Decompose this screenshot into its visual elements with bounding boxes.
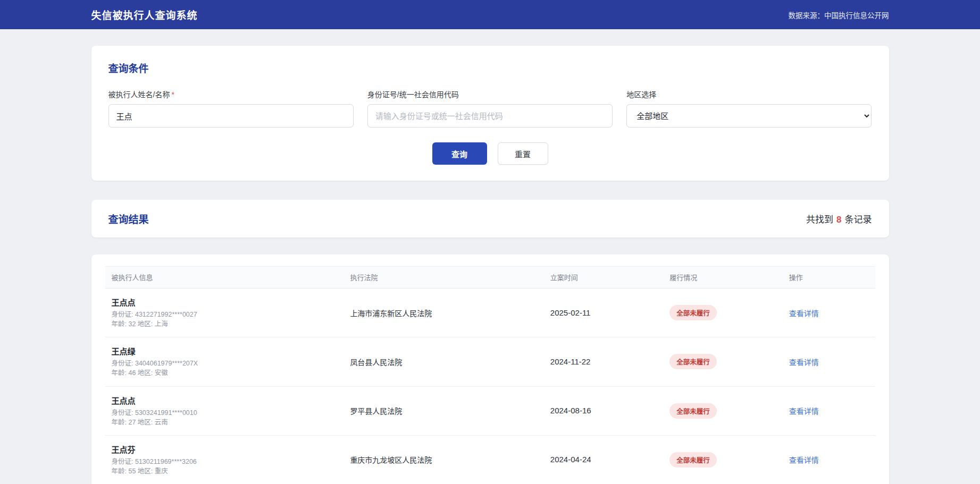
table-row: 王点芬 身份证: 5130211969****3206 年龄: 55 地区: 重…	[105, 435, 875, 484]
data-source-label: 数据来源：中国执行信息公开网	[789, 10, 889, 20]
region-field-group: 地区选择 全部地区	[626, 89, 872, 128]
debtor-name: 王点点	[112, 296, 339, 308]
debtor-name: 王点芬	[112, 444, 339, 455]
column-header-filing-date: 立案时间	[544, 267, 663, 288]
filing-date: 2024-11-22	[550, 357, 591, 366]
debtor-name-input[interactable]	[108, 104, 354, 128]
results-count-number: 8	[836, 215, 841, 225]
debtor-name: 王点绿	[112, 345, 339, 356]
results-count-prefix: 共找到	[806, 215, 833, 225]
status-badge: 全部未履行	[669, 354, 717, 369]
id-field-group: 身份证号/统一社会信用代码	[367, 89, 613, 128]
search-button[interactable]: 查询	[432, 142, 487, 165]
view-details-link[interactable]: 查看详情	[789, 407, 819, 415]
id-field-label: 身份证号/统一社会信用代码	[367, 89, 613, 99]
name-field-label-text: 被执行人姓名/名称	[108, 90, 170, 99]
results-section-title: 查询结果	[108, 211, 149, 226]
table-row: 王点点 身份证: 4312271992****0027 年龄: 32 地区: 上…	[105, 288, 875, 337]
column-header-fulfillment: 履行情况	[663, 267, 782, 288]
column-header-debtor-info: 被执行人信息	[105, 267, 344, 288]
debtor-id: 身份证: 5130211969****3206	[112, 457, 339, 466]
results-table-head: 被执行人信息 执行法院 立案时间 履行情况 操作	[105, 267, 875, 288]
app-header: 失信被执行人查询系统 数据来源：中国执行信息公开网	[0, 0, 980, 29]
name-field-label: 被执行人姓名/名称*	[108, 89, 354, 99]
status-badge: 全部未履行	[669, 452, 717, 468]
query-conditions-card: 查询条件 被执行人姓名/名称* 身份证号/统一社会信用代码 地区选择 全部地区 …	[91, 46, 889, 181]
required-asterisk: *	[171, 90, 174, 99]
column-header-actions: 操作	[783, 267, 875, 288]
query-section-title: 查询条件	[108, 61, 872, 75]
reset-button[interactable]: 重置	[498, 142, 548, 165]
court-name: 重庆市九龙坡区人民法院	[350, 456, 432, 464]
id-number-input[interactable]	[367, 104, 613, 128]
filing-date: 2024-04-24	[550, 455, 591, 464]
status-badge: 全部未履行	[669, 403, 717, 419]
app-title: 失信被执行人查询系统	[91, 7, 198, 22]
query-button-row: 查询 重置	[108, 142, 872, 165]
view-details-link[interactable]: 查看详情	[789, 456, 819, 464]
results-count: 共找到8条记录	[806, 212, 872, 225]
table-row: 王点绿 身份证: 3404061979****207X 年龄: 46 地区: 安…	[105, 337, 875, 386]
court-name: 上海市浦东新区人民法院	[350, 309, 432, 318]
status-badge: 全部未履行	[669, 305, 717, 320]
debtor-meta: 年龄: 27 地区: 云南	[112, 418, 339, 427]
column-header-court: 执行法院	[344, 267, 543, 288]
view-details-link[interactable]: 查看详情	[789, 309, 819, 318]
results-header-card: 查询结果 共找到8条记录	[91, 200, 889, 237]
debtor-meta: 年龄: 46 地区: 安徽	[112, 368, 339, 378]
view-details-link[interactable]: 查看详情	[789, 358, 819, 367]
results-table-card: 被执行人信息 执行法院 立案时间 履行情况 操作 王点点 身份证: 431227…	[91, 254, 889, 484]
debtor-name: 王点点	[112, 395, 339, 406]
table-row: 王点点 身份证: 5303241991****0010 年龄: 27 地区: 云…	[105, 386, 875, 435]
debtor-id: 身份证: 4312271992****0027	[112, 310, 339, 319]
debtor-meta: 年龄: 55 地区: 重庆	[112, 466, 339, 476]
results-table-body: 王点点 身份证: 4312271992****0027 年龄: 32 地区: 上…	[105, 288, 875, 484]
filing-date: 2024-08-16	[550, 406, 591, 415]
debtor-id: 身份证: 5303241991****0010	[112, 408, 339, 418]
results-table: 被执行人信息 执行法院 立案时间 履行情况 操作 王点点 身份证: 431227…	[105, 266, 875, 484]
name-field-group: 被执行人姓名/名称*	[108, 89, 354, 128]
court-name: 凤台县人民法院	[350, 358, 402, 367]
results-count-suffix: 条记录	[845, 215, 872, 225]
query-form-row: 被执行人姓名/名称* 身份证号/统一社会信用代码 地区选择 全部地区	[108, 89, 872, 128]
region-field-label: 地区选择	[626, 89, 872, 99]
court-name: 罗平县人民法院	[350, 407, 402, 415]
debtor-meta: 年龄: 32 地区: 上海	[112, 319, 339, 329]
filing-date: 2025-02-11	[550, 308, 591, 317]
region-select[interactable]: 全部地区	[626, 104, 872, 128]
debtor-id: 身份证: 3404061979****207X	[112, 359, 339, 368]
